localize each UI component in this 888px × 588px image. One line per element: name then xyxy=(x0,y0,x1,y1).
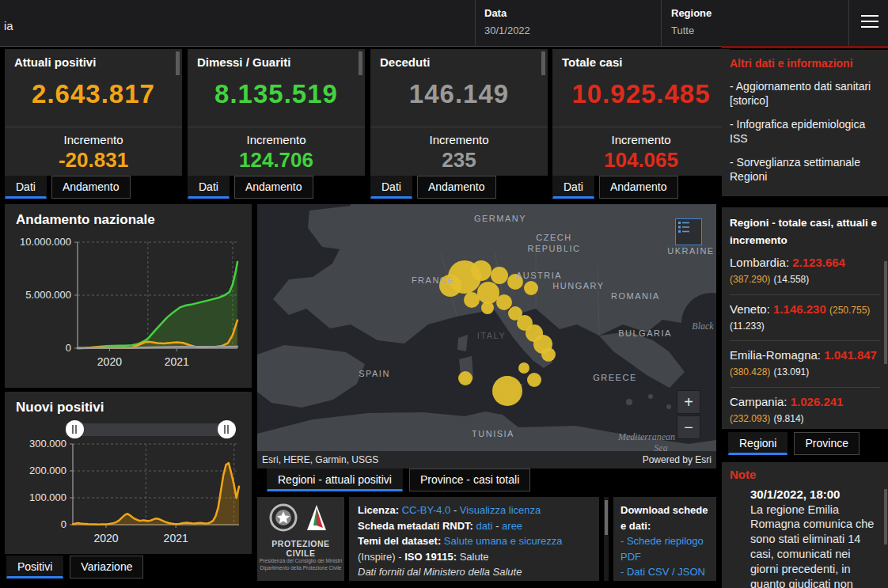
case-bubble[interactable] xyxy=(492,376,522,406)
download-section: Download schede e dati: - Schede riepilo… xyxy=(613,497,716,581)
region-row[interactable]: Campania: 1.026.241 (232.093) (9.814) xyxy=(730,388,880,429)
case-bubble[interactable] xyxy=(458,371,472,385)
europe-map[interactable]: ITALY GERMANYCZECHREPUBLICUKRAINEFRANCEA… xyxy=(257,204,716,469)
case-bubble[interactable] xyxy=(491,267,508,284)
license-link[interactable]: Visualizza licenza xyxy=(460,504,541,516)
increment-value: 235 xyxy=(370,148,548,173)
case-bubble[interactable] xyxy=(541,347,556,362)
case-bubble[interactable] xyxy=(471,260,491,281)
case-bubble[interactable] xyxy=(518,362,529,374)
y-tick-label: 0 xyxy=(61,518,66,530)
layer-list-icon[interactable] xyxy=(675,218,702,245)
date-filter[interactable]: Data 30/1/2022 xyxy=(484,7,530,36)
region-incremento: (13.091) xyxy=(774,366,810,377)
increment-label: Incremento xyxy=(5,133,182,146)
zoom-in-button[interactable]: + xyxy=(677,390,700,414)
map-country-label: SPAIN xyxy=(359,369,390,378)
region-row[interactable]: Emilia-Romagna: 1.041.847 (380.428) (13.… xyxy=(730,341,880,388)
region-row[interactable]: Lombardia: 2.123.664 (387.290) (14.558) xyxy=(730,248,880,295)
altri-dati-item[interactable]: - Infografica epidemiologica ISS xyxy=(730,118,880,146)
tab-andamento[interactable]: Andamento xyxy=(417,176,496,199)
license-link[interactable]: CC-BY-4.0 xyxy=(402,504,451,516)
time-slider-handle-right[interactable] xyxy=(218,420,236,438)
tab-dati[interactable]: Dati xyxy=(370,176,412,199)
card-tabs: Dati Andamento xyxy=(552,176,678,199)
scrollbar-thumb[interactable] xyxy=(884,489,887,544)
license-info: Licenza: CC-BY-4.0 - Visualizza licenzaS… xyxy=(349,497,599,581)
menu-icon[interactable] xyxy=(861,15,879,32)
zoom-out-button[interactable]: − xyxy=(677,415,700,439)
tab-regioni-attuali-positivi[interactable]: Regioni - attuali positivi xyxy=(267,469,403,491)
tab-andamento[interactable]: Andamento xyxy=(599,176,678,199)
case-bubble[interactable] xyxy=(477,282,499,304)
divider xyxy=(848,0,849,46)
map-attribution: Esri, HERE, Garmin, USGS Powered by Esri xyxy=(257,451,716,469)
map-country-label: AUSTRIA xyxy=(516,271,562,280)
footer-scrollbar[interactable] xyxy=(604,497,609,581)
time-slider-handle-left[interactable] xyxy=(66,420,84,438)
andamento-nazionale-chart: 10.000.0005.000.000020202021 xyxy=(11,230,245,385)
tab-province-casi-totali[interactable]: Province - casi totali xyxy=(409,469,530,491)
card-dimessi-guariti: Dimessi / Guariti 8.135.519 Incremento 1… xyxy=(188,49,365,176)
date-value[interactable]: 30/1/2022 xyxy=(484,25,530,36)
y-tick-label: 100.000 xyxy=(29,491,66,503)
divider xyxy=(188,127,365,127)
tab-province[interactable]: Province xyxy=(794,432,859,455)
tab-dati[interactable]: Dati xyxy=(5,176,47,199)
note-body: 30/1/2022, 18:00 La regione Emilia Romag… xyxy=(750,487,880,588)
attribution-esri[interactable]: Powered by Esri xyxy=(643,454,712,465)
tab-dati[interactable]: Dati xyxy=(188,176,230,199)
map-canvas[interactable]: ITALY GERMANYCZECHREPUBLICUKRAINEFRANCEA… xyxy=(257,204,716,469)
top-bar: ia Data 30/1/2022 Regione Tutte xyxy=(0,0,888,47)
time-slider-track[interactable] xyxy=(66,423,235,436)
card-value: 10.925.485 xyxy=(552,69,730,119)
download-link[interactable]: - Dati CSV / JSON xyxy=(620,564,709,580)
case-bubble[interactable] xyxy=(481,302,494,314)
license-text: ISO 19115: xyxy=(404,551,457,563)
y-tick-label: 5.000.000 xyxy=(25,289,71,301)
license-line: Licenza: CC-BY-4.0 - Visualizza licenza xyxy=(358,503,590,518)
scrollbar-thumb[interactable] xyxy=(359,51,362,75)
case-bubble[interactable] xyxy=(524,281,538,295)
license-line: Temi del dataset: Salute umana e sicurez… xyxy=(358,533,590,564)
altri-dati-item[interactable]: - Aggiornamento dati sanitari [storico] xyxy=(730,80,880,108)
scrollbar-thumb[interactable] xyxy=(176,51,180,75)
region-label: Regione xyxy=(671,7,712,19)
tab-andamento[interactable]: Andamento xyxy=(234,176,313,199)
region-total: 1.026.241 xyxy=(791,395,844,408)
tab-dati[interactable]: Dati xyxy=(552,176,594,199)
case-bubble[interactable] xyxy=(496,294,512,310)
license-link[interactable]: dati xyxy=(476,520,493,532)
region-value[interactable]: Tutte xyxy=(671,25,712,36)
nuovi-positivi-chart: 300.000200.000100.000020202021 xyxy=(11,417,245,552)
tab-andamento[interactable]: Andamento xyxy=(51,176,131,199)
altri-dati-title: Altri dati e informazioni xyxy=(730,57,880,70)
altri-dati-item[interactable]: - Sorveglianza settimanale Regioni xyxy=(730,156,880,184)
region-row[interactable]: Veneto: 1.146.230 (250.755) (11.233) xyxy=(730,295,880,342)
map-country-label: BULGARIA xyxy=(618,328,672,338)
series-line-nuovi-positivi xyxy=(73,463,239,525)
scrollbar-thumb[interactable] xyxy=(884,261,887,364)
card-title: Totale casi xyxy=(552,49,730,69)
date-label: Data xyxy=(484,7,530,19)
x-tick-label: 2020 xyxy=(93,532,118,544)
increment-label: Incremento xyxy=(370,133,548,146)
case-bubble[interactable] xyxy=(527,373,541,387)
map-country-label: GREECE xyxy=(593,373,636,382)
download-link[interactable]: - Shape aree xyxy=(620,580,709,582)
note-text: La regione Emilia Romagna comunica che s… xyxy=(750,503,880,588)
y-tick-label: 300.000 xyxy=(29,438,66,450)
card-title: Dimessi / Guariti xyxy=(188,49,365,69)
right-tabs: Regioni Province xyxy=(728,432,860,455)
divider xyxy=(370,127,548,127)
scrollbar-thumb[interactable] xyxy=(541,51,545,75)
tab-positivi[interactable]: Positivi xyxy=(6,556,63,579)
tab-regioni[interactable]: Regioni xyxy=(728,432,787,455)
tab-variazione[interactable]: Variazione xyxy=(70,556,143,579)
increment-value: 124.706 xyxy=(188,148,365,173)
license-link[interactable]: aree xyxy=(502,520,522,532)
license-link[interactable]: Salute umana e sicurezza xyxy=(444,535,563,547)
case-bubble[interactable] xyxy=(464,292,480,308)
download-link[interactable]: - Schede riepilogo PDF xyxy=(620,533,709,564)
region-filter[interactable]: Regione Tutte xyxy=(671,7,712,36)
